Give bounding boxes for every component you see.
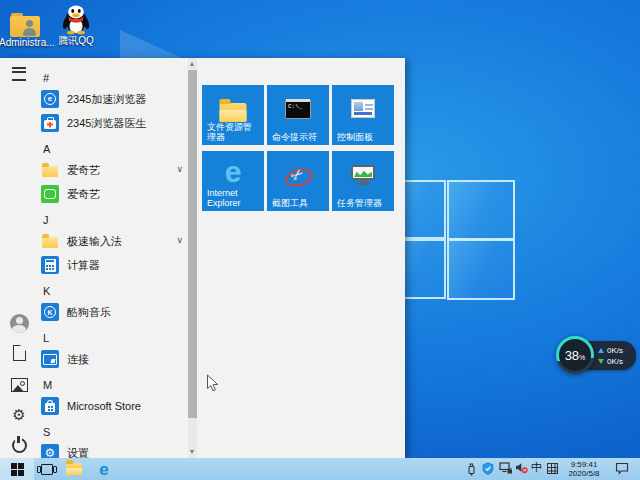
app-list: # e 2345加速浏览器 2345浏览器医生 A 爱奇艺 ∨ 爱奇艺 J [33,58,188,458]
app-section-header[interactable]: K [33,277,188,300]
app-section-header[interactable]: # [33,64,188,87]
upload-speed: 0K/s [607,346,623,355]
user-account-button[interactable] [9,313,29,333]
scroll-up-arrow-icon[interactable] [190,62,194,66]
app-item-settings[interactable]: ⚙ 设置 [33,441,188,458]
action-center-button[interactable] [615,462,629,475]
desktop-icon-label: 腾讯QQ [50,35,102,46]
logo-pane [447,180,515,240]
folder-icon [41,161,59,179]
app-folder-iqiyi[interactable]: 爱奇艺 ∨ [33,158,188,182]
calculator-icon [41,256,59,274]
start-menu: ⚙ # e 2345加速浏览器 2345浏览器医生 A 爱奇艺 ∨ 爱奇艺 [0,58,405,458]
ime-toolbar-button[interactable] [547,463,558,474]
tile-control-panel[interactable]: 控制面板 [332,85,394,145]
desktop-icon-tencent-qq[interactable]: 腾讯QQ [50,2,102,46]
snipping-tool-icon: ✂ [283,165,313,187]
user-folder-icon [0,4,51,37]
qq-penguin-icon [50,2,102,35]
usage-ring[interactable]: 38 % [556,336,594,374]
security-tray-button[interactable] [482,462,494,475]
power-icon [12,438,27,453]
edge-icon: e [99,461,108,478]
speaker-muted-icon [515,462,528,474]
app-section-header[interactable]: M [33,371,188,394]
usb-icon [466,462,477,476]
app-item-2345-browser[interactable]: e 2345加速浏览器 [33,87,188,111]
expand-menu-button[interactable] [9,64,29,84]
logo-pane [447,239,515,300]
ime-chinese-indicator: 中 [531,461,542,474]
download-arrow-icon [598,359,604,364]
taskbar: e 中 9:59:41 2020/5/8 [0,458,640,480]
task-view-icon [41,464,53,475]
action-center-icon [615,462,629,475]
command-prompt-icon: C:\_ [285,99,311,119]
tile-snipping-tool[interactable]: ✂ 截图工具 [267,151,329,211]
app-item-2345-doctor[interactable]: 2345浏览器医生 [33,111,188,135]
ethernet-icon [499,462,513,475]
taskbar-file-explorer-button[interactable] [62,458,86,480]
settings-gear-icon: ⚙ [41,444,59,458]
app-section-header[interactable]: L [33,324,188,347]
usage-percent: 38 [565,348,579,363]
start-button[interactable] [0,458,34,480]
app-item-calculator[interactable]: 计算器 [33,253,188,277]
windows-logo-icon [11,463,24,476]
chevron-down-icon[interactable]: ∨ [176,164,183,174]
user-avatar-icon [10,314,29,333]
taskbar-clock[interactable]: 9:59:41 2020/5/8 [560,460,608,478]
power-button[interactable] [9,434,29,454]
tile-file-explorer[interactable]: 文件资源管理器 [202,85,264,145]
clock-date: 2020/5/8 [560,469,608,478]
folder-icon [66,463,82,475]
upload-arrow-icon [598,348,604,353]
scrollbar-thumb[interactable] [188,70,197,418]
download-speed: 0K/s [607,357,623,366]
app-item-microsoft-store[interactable]: Microsoft Store [33,394,188,418]
desktop-icon-administrator[interactable]: Administra... [0,4,51,48]
store-icon [41,397,59,415]
app-section-header[interactable]: J [33,206,188,229]
app-section-header[interactable]: S [33,418,188,441]
pictures-icon [11,378,28,392]
usb-tray-button[interactable] [466,462,477,476]
browser-doctor-icon [41,114,59,132]
scroll-down-arrow-icon[interactable] [190,450,194,454]
browser-2345-icon: e [41,90,59,108]
usage-percent-sign: % [579,354,585,361]
app-folder-jisu-ime[interactable]: 极速输入法 ∨ [33,229,188,253]
chevron-down-icon[interactable]: ∨ [176,235,183,245]
clock-time: 9:59:41 [560,460,608,469]
task-view-button[interactable] [36,458,58,480]
settings-button[interactable]: ⚙ [9,404,29,424]
app-item-kugou-music[interactable]: K 酷狗音乐 [33,300,188,324]
control-panel-icon [351,99,375,118]
app-item-iqiyi[interactable]: 爱奇艺 [33,182,188,206]
pictures-button[interactable] [9,375,29,395]
file-explorer-icon [220,99,247,122]
connect-icon [41,350,59,368]
start-tiles: 文件资源管理器 C:\_ 命令提示符 控制面板 e Internet Explo… [202,85,394,211]
desktop: Administra... 腾讯QQ 0K/s [0,0,640,480]
speed-monitor-widget[interactable]: 0K/s 0K/s 38 % [556,336,638,376]
app-list-scrollbar[interactable] [188,58,197,458]
shield-icon [482,462,494,475]
network-tray-button[interactable] [499,462,513,475]
task-manager-icon [350,165,376,187]
tile-task-manager[interactable]: 任务管理器 [332,151,394,211]
folder-icon [41,232,59,250]
iqiyi-icon [41,185,59,203]
tile-internet-explorer[interactable]: e Internet Explorer [202,151,264,211]
taskbar-edge-button[interactable]: e [92,458,116,480]
kugou-icon: K [41,303,59,321]
document-icon [13,345,26,361]
tile-command-prompt[interactable]: C:\_ 命令提示符 [267,85,329,145]
volume-tray-button[interactable] [515,462,528,474]
documents-button[interactable] [9,343,29,363]
app-item-connect[interactable]: 连接 [33,347,188,371]
desktop-icon-label: Administra... [0,37,51,48]
ime-language-button[interactable]: 中 [531,461,542,474]
hamburger-icon [12,67,26,81]
app-section-header[interactable]: A [33,135,188,158]
